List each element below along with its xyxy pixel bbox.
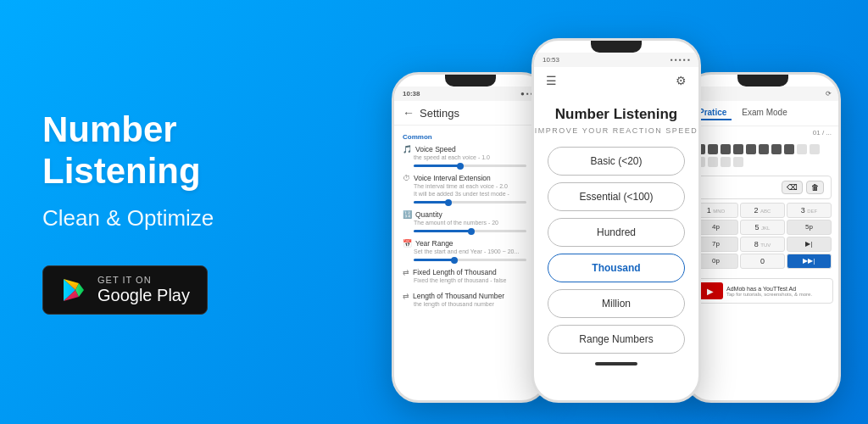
- delete-button[interactable]: ⌫: [782, 181, 803, 194]
- year-icon: 📅: [403, 239, 412, 248]
- year-desc: Set the start and end Year - 1900 ~ 20..…: [414, 248, 537, 255]
- gear-icon[interactable]: ⚙: [676, 74, 687, 87]
- settings-quantity: 🔢 Quantity The amount of the numbers - 2…: [403, 210, 537, 232]
- fixed-icon: ⇄: [403, 268, 409, 276]
- length-label: Length of Thousand Number: [413, 292, 504, 300]
- dot: [797, 144, 807, 154]
- youtube-thumbnail: ▶: [698, 282, 723, 299]
- interval-slider[interactable]: [414, 201, 526, 204]
- voice-speed-label: Voice Speed: [415, 145, 456, 153]
- voice-speed-icon: 🎵: [403, 145, 412, 153]
- phone-notch-center: [591, 41, 642, 53]
- back-arrow-icon[interactable]: ←: [403, 106, 415, 120]
- phone-settings: 10:38 ● ▪ ▪ ▪ ← Settings Common 🎵 Voice …: [392, 72, 548, 403]
- clear-button[interactable]: 🗑: [806, 181, 824, 194]
- settings-header: ← Settings: [394, 101, 546, 126]
- center-app-header: ☰ ⚙: [534, 67, 698, 94]
- phones-section: 10:38 ● ▪ ▪ ▪ ← Settings Common 🎵 Voice …: [364, 0, 868, 424]
- settings-voice-interval: ⏱ Voice Interval Extension The interval …: [403, 174, 537, 204]
- ad-subtext: Tap for tutorials, screenshots, & more.: [726, 292, 812, 297]
- practice-tabs: Pratice Exam Mode: [687, 101, 838, 126]
- settings-section-label: Common: [403, 133, 537, 141]
- settings-voice-speed: 🎵 Voice Speed the speed at each voice - …: [403, 145, 537, 167]
- voice-speed-slider[interactable]: [414, 165, 526, 167]
- dot: [708, 157, 718, 167]
- voice-speed-desc: the speed at each voice - 1.0: [414, 153, 537, 161]
- phone-top-bar-right: ... ⟳: [687, 86, 838, 101]
- quantity-label: Quantity: [415, 210, 442, 219]
- dot: [721, 157, 731, 167]
- phone-time-center: 10:53: [542, 56, 559, 64]
- num-key-8[interactable]: 8 TUV: [740, 237, 785, 252]
- phone-main: 10:53 ▪ ▪ ▪ ▪ ▪ ☰ ⚙ Number Listening IMP…: [531, 38, 701, 403]
- numpad: 1 MNO 2 ABC 3 DEF 4p 5 JKL 5p 7p 8 TUV ▶…: [693, 203, 832, 269]
- length-icon: ⇄: [403, 292, 409, 300]
- ad-banner[interactable]: ▶ AdMob has a YouTTest Ad Tap for tutori…: [692, 278, 833, 304]
- menu-range[interactable]: Range Numbers: [548, 325, 685, 354]
- dot: [810, 144, 820, 154]
- menu-buttons: Basic (<20) Essential (<100) Hundred Tho…: [534, 147, 698, 354]
- google-play-label: Google Play: [97, 285, 190, 305]
- menu-thousand[interactable]: Thousand: [548, 254, 685, 282]
- quantity-slider[interactable]: [414, 230, 526, 232]
- menu-essential[interactable]: Essential (<100): [548, 182, 685, 211]
- num-key-2[interactable]: 2 ABC: [740, 203, 785, 218]
- status-icons-right: ⟳: [826, 90, 832, 98]
- phone-notch-left: [445, 75, 496, 86]
- answer-display: ⌫ 🗑: [693, 176, 832, 199]
- center-app-title: Number Listening: [534, 94, 698, 126]
- phone-top-bar-center: 10:53 ▪ ▪ ▪ ▪ ▪: [534, 53, 698, 67]
- settings-content: Common 🎵 Voice Speed the speed at each v…: [394, 126, 546, 320]
- answer-dot-grid: [687, 139, 838, 172]
- tab-exam-mode[interactable]: Exam Mode: [737, 106, 792, 120]
- get-it-on-label: GET IT ON: [97, 275, 190, 285]
- ad-content: AdMob has a YouTTest Ad Tap for tutorial…: [726, 286, 812, 297]
- phone-notch-right: [737, 75, 788, 86]
- year-label: Year Range: [415, 239, 453, 248]
- ad-text: AdMob has a YouTTest Ad: [726, 286, 812, 292]
- num-key-confirm[interactable]: ▶▶|: [787, 254, 832, 269]
- left-section: Number Listening Clean & Optimize: [0, 75, 364, 349]
- num-key-5sp[interactable]: 5p: [787, 220, 832, 235]
- menu-hundred[interactable]: Hundred: [548, 218, 685, 247]
- quantity-desc: The amount of the numbers - 20: [414, 219, 537, 226]
- main-title: Number Listening: [42, 109, 322, 192]
- phone-time-left: 10:38: [403, 90, 420, 98]
- center-app-subtitle: IMPROVE YOUR REACTION SPEED: [534, 126, 698, 135]
- interval-desc: The interval time at each voice - 2.0It …: [414, 182, 537, 198]
- dot: [784, 144, 794, 154]
- dot: [759, 144, 769, 154]
- question-counter: 01 / ...: [687, 126, 838, 139]
- settings-year-range: 📅 Year Range Set the start and end Year …: [403, 239, 537, 261]
- status-icons-center: ▪ ▪ ▪ ▪ ▪: [670, 56, 690, 64]
- year-slider[interactable]: [414, 259, 526, 261]
- dot: [733, 144, 743, 154]
- interval-label: Voice Interval Extension: [414, 174, 491, 182]
- menu-basic[interactable]: Basic (<20): [548, 147, 685, 176]
- numeric-input-area: ⌫ 🗑 1 MNO 2 ABC 3 DEF 4p 5 JKL 5p 7p 8 T…: [687, 172, 838, 276]
- phone-practice: ... ⟳ Pratice Exam Mode 01 / ...: [684, 72, 841, 403]
- dot: [721, 144, 731, 154]
- home-indicator: [595, 362, 637, 365]
- fixed-label: Fixed Length of Thousand: [413, 268, 497, 276]
- fixed-desc: Fixed the length of thousand - false: [414, 276, 537, 284]
- dot: [746, 144, 756, 154]
- dot: [733, 157, 743, 167]
- settings-title: Settings: [420, 107, 459, 120]
- num-key-3[interactable]: 3 DEF: [787, 203, 832, 218]
- interval-icon: ⏱: [403, 174, 410, 182]
- num-key-5[interactable]: 5 JKL: [740, 220, 785, 235]
- quantity-icon: 🔢: [403, 210, 412, 219]
- google-play-icon: [60, 276, 87, 304]
- num-key-next[interactable]: ▶|: [787, 237, 832, 252]
- phone-top-bar-left: 10:38 ● ▪ ▪ ▪: [394, 86, 546, 101]
- dot: [771, 144, 782, 154]
- num-key-0[interactable]: 0: [740, 254, 785, 269]
- menu-million[interactable]: Million: [548, 289, 685, 318]
- hamburger-icon[interactable]: ☰: [546, 74, 557, 87]
- google-play-badge[interactable]: GET IT ON Google Play: [42, 265, 208, 315]
- settings-length-thousand: ⇄ Length of Thousand Number the length o…: [403, 292, 537, 308]
- settings-fixed-length: ⇄ Fixed Length of Thousand Fixed the len…: [403, 268, 537, 284]
- length-desc: the length of thousand number: [414, 300, 537, 308]
- sub-title: Clean & Optimize: [42, 205, 322, 232]
